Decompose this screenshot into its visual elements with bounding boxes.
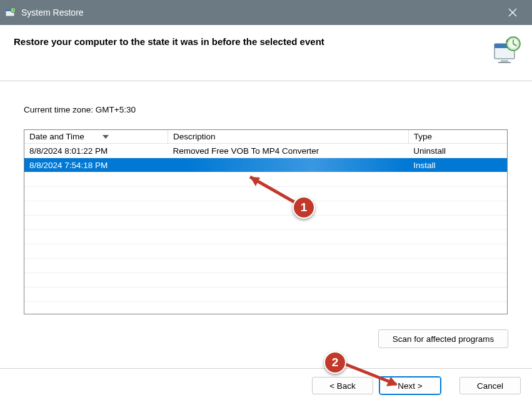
next-button[interactable]: Next > bbox=[379, 377, 441, 394]
titlebar-title: System Restore bbox=[21, 8, 499, 18]
cell-type: Install bbox=[408, 158, 507, 172]
header-panel: Restore your computer to the state it wa… bbox=[0, 25, 532, 81]
restore-icon bbox=[5, 7, 16, 18]
table-row[interactable] bbox=[24, 216, 507, 230]
back-button[interactable]: < Back bbox=[312, 377, 373, 394]
cell-description: Removed Free VOB To MP4 Converter bbox=[168, 144, 408, 158]
table-row[interactable] bbox=[24, 172, 507, 187]
header-title: Restore your computer to the state it wa… bbox=[14, 36, 518, 47]
table-row[interactable] bbox=[24, 244, 507, 259]
table-row[interactable] bbox=[24, 273, 507, 288]
table-row[interactable] bbox=[24, 187, 507, 201]
svg-marker-12 bbox=[103, 135, 109, 139]
table-row-selected[interactable]: 8/8/2024 7:54:18 PM Install bbox=[24, 158, 507, 172]
timezone-label: Current time zone: GMT+5:30 bbox=[24, 105, 508, 114]
table-row[interactable] bbox=[24, 288, 507, 302]
table-row[interactable] bbox=[24, 230, 507, 244]
close-button[interactable] bbox=[499, 0, 526, 25]
main-body: Current time zone: GMT+5:30 Date and Tim… bbox=[0, 81, 532, 357]
column-header-date[interactable]: Date and Time bbox=[24, 130, 168, 144]
column-header-date-label: Date and Time bbox=[29, 132, 84, 141]
titlebar[interactable]: System Restore bbox=[0, 0, 532, 25]
cell-description bbox=[168, 158, 408, 172]
svg-rect-8 bbox=[498, 62, 511, 63]
column-header-description-label: Description bbox=[173, 132, 216, 141]
wizard-button-row: < Back Next > Cancel bbox=[0, 369, 532, 402]
system-restore-icon bbox=[492, 35, 522, 65]
scan-affected-button[interactable]: Scan for affected programs bbox=[378, 329, 508, 348]
table-row[interactable]: 8/8/2024 8:01:22 PM Removed Free VOB To … bbox=[24, 144, 507, 158]
table-row[interactable] bbox=[24, 201, 507, 216]
cell-date: 8/8/2024 8:01:22 PM bbox=[24, 144, 168, 158]
column-header-description[interactable]: Description bbox=[168, 130, 408, 144]
column-header-type[interactable]: Type bbox=[408, 130, 507, 144]
cancel-button[interactable]: Cancel bbox=[459, 377, 521, 394]
svg-rect-7 bbox=[501, 60, 508, 62]
cell-type: Uninstall bbox=[408, 144, 507, 158]
cell-date: 8/8/2024 7:54:18 PM bbox=[24, 158, 168, 172]
sort-descending-icon bbox=[103, 131, 109, 141]
close-icon bbox=[508, 8, 517, 17]
table-row[interactable] bbox=[24, 259, 507, 273]
restore-points-table[interactable]: Date and Time Description Type bbox=[24, 129, 508, 314]
column-header-type-label: Type bbox=[414, 132, 432, 141]
